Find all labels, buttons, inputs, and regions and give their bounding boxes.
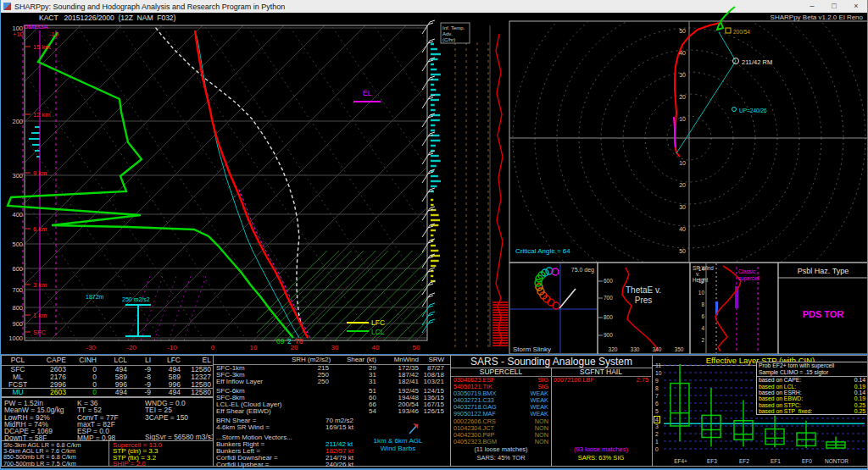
thermo-col2: K = 36 TT = 52 ConvT = 77F maxT = 82F ES… bbox=[77, 400, 145, 440]
hodo-range-rings bbox=[513, 0, 865, 314]
height-label: 12 km bbox=[33, 111, 50, 119]
3cape-value: 3CAPE = 150 bbox=[145, 414, 213, 421]
bunkers-right-label: 211/42 RM bbox=[742, 58, 772, 66]
hail-match-count: (93 loose matches) bbox=[551, 445, 651, 453]
srwind-profile bbox=[715, 266, 741, 351]
stp-category-label: EF4+ bbox=[666, 458, 695, 464]
hazard-panel-border bbox=[778, 263, 868, 354]
height-label: 3 km bbox=[33, 281, 47, 289]
temp-axis-label: 40 bbox=[372, 344, 380, 351]
sfc-temp-label: 76 bbox=[295, 337, 303, 346]
omega-bars bbox=[29, 127, 40, 157]
col-li: LI bbox=[129, 356, 153, 365]
close-button[interactable]: × bbox=[845, 0, 867, 13]
stp-y-label: 1 bbox=[655, 439, 659, 445]
hazard-title: Psbl Haz. Type bbox=[798, 267, 849, 275]
prob-ebwd-row: based on EBWD:0.19 bbox=[757, 395, 868, 401]
pressure-label: 500 bbox=[12, 241, 23, 248]
parcel-table-header: PCL CAPE CINH LCL LI LFC EL bbox=[2, 356, 213, 366]
srwind-y-label: 2 bbox=[701, 337, 704, 343]
prob-lcl-row: based on LCL:0.19 bbox=[757, 384, 868, 390]
stp-y-label: 2 bbox=[655, 431, 659, 437]
hodo-ring-label: 10 bbox=[679, 116, 686, 122]
omega-minus-label: -10 bbox=[49, 30, 58, 38]
wind-barb-column bbox=[422, 20, 435, 333]
station-header: KACT 20151226/2000 (12Z NAM F032) bbox=[39, 14, 175, 22]
srwind-y-label: 12 bbox=[698, 278, 705, 284]
temp-axis-label: -10 bbox=[167, 344, 177, 351]
temp-axis-label: 20 bbox=[291, 344, 298, 351]
sigsvr-value: SigSvr = 56580 m3/s3 bbox=[145, 434, 213, 440]
sfc-wetbulb-label: 2 bbox=[287, 337, 292, 346]
thermo-col3: WNDG = 0.0 TEI = 25 3CAPE = 150 SigSvr =… bbox=[145, 400, 213, 440]
stp-y-label: 4 bbox=[654, 416, 660, 423]
pressure-label: 400 bbox=[12, 211, 23, 218]
temp-axis-label: 30 bbox=[331, 344, 339, 351]
kin-row-effshear: Eff Shear (EBWD) 54193/46 126/15 bbox=[214, 408, 450, 415]
srwind-purple-bar bbox=[735, 286, 738, 308]
stp-category-label: NONTOR bbox=[822, 458, 851, 464]
pressure-label: 900 bbox=[12, 320, 23, 328]
storm-motion-line-top bbox=[719, 32, 736, 61]
omega-title: OMEGA bbox=[23, 23, 48, 30]
thetae-title-line2: Pres bbox=[635, 296, 653, 305]
prob-cape-row: based on CAPE:0.14 bbox=[757, 377, 868, 383]
kin-row-effinflow: Eff Inflow Layer250 31182/41 103/21 bbox=[214, 379, 450, 385]
adv-title-line3: (C/hr) bbox=[442, 37, 455, 42]
srwind-title-line3: Height bbox=[693, 277, 708, 284]
window-title: SHARPpy: Sounding and Hodograph Analysis… bbox=[14, 3, 801, 11]
sharppy-window: SHARPpy: Sounding and Hodograph Analysis… bbox=[0, 0, 868, 470]
sars-hail-match[interactable]: 00072100.LBF2.75 bbox=[551, 377, 651, 384]
hazard-value: PDS TOR bbox=[803, 309, 844, 319]
lapse-rate-panel: Sfc-3km AGL LR = 6.8 C/km 3-6km AGL LR =… bbox=[1, 440, 109, 467]
sfc-dewpoint-label: 69 bbox=[276, 337, 285, 346]
thetae-x-label: 340 bbox=[653, 346, 662, 352]
parcel-row-mu-selected[interactable]: MU 2603 0 494 -9 494 12580 bbox=[2, 389, 213, 396]
adv-title-line2: Adv. bbox=[442, 31, 453, 36]
thetae-title-line1: ThetaE v. bbox=[626, 285, 661, 295]
sars-match[interactable]: 04052323.BGMNON bbox=[451, 439, 551, 445]
slinky-circles bbox=[535, 268, 559, 309]
pcl-cape: 2603 bbox=[36, 389, 68, 396]
stp-probability-inset: Prob EF2+ torn with supercell Sample CLI… bbox=[756, 362, 868, 415]
maximize-button[interactable]: □ bbox=[823, 0, 845, 13]
parcel-row-ml[interactable]: ML 2176 0 589 -8 589 12327 bbox=[2, 373, 213, 381]
parcel-row-fcst[interactable]: FCST 2996 0 996 -9 996 12580 bbox=[2, 381, 213, 389]
hodograph-upper-trace bbox=[674, 117, 676, 147]
sars-hail-column: SGFNT HAIL 00072100.LBF2.75 (93 loose ma… bbox=[551, 368, 651, 466]
stp-y-label: 7 bbox=[655, 393, 659, 399]
section-divider bbox=[1, 354, 868, 355]
corfidi-up-marker bbox=[732, 108, 737, 112]
hodo-ring-label: 20 bbox=[679, 94, 686, 100]
classic-supercell-note1: Classic bbox=[738, 268, 755, 274]
inset-climo: Sample CLIMO = .15 sigtor bbox=[757, 369, 868, 378]
stp-category-label: EF3 bbox=[698, 458, 726, 464]
supercell-result: SARS: 45% TOR bbox=[451, 454, 551, 462]
advection-label-box bbox=[441, 23, 470, 43]
bunkers-right-marker[interactable] bbox=[733, 58, 739, 64]
hodo-ring-label: 50 bbox=[679, 248, 686, 254]
height-label: 9 km bbox=[33, 169, 47, 177]
sars-panel: SARS - Sounding Analogue System SUPERCEL… bbox=[450, 355, 653, 467]
thetae-y-label: 900 bbox=[604, 332, 613, 338]
slinky-title: Storm Slinky bbox=[513, 346, 551, 353]
pcl-lcl: 494 bbox=[98, 389, 129, 396]
srwind-y-label: 14 bbox=[698, 266, 705, 272]
hodo-ring-label: 10 bbox=[679, 160, 686, 166]
pressure-label: 300 bbox=[12, 172, 23, 180]
stp-category-label: EF0 bbox=[793, 458, 821, 464]
omega-plus-label: +10 bbox=[13, 30, 24, 38]
col-pcl: PCL bbox=[2, 356, 36, 365]
stp-y-label: 11 bbox=[655, 362, 661, 368]
sars-supercell-column: SUPERCELL 03040623.ESFSIG 54050121.TIKSI… bbox=[451, 368, 552, 466]
minimize-button[interactable]: – bbox=[801, 0, 823, 13]
thetae-y-label: 600 bbox=[604, 278, 613, 284]
hodo-ring-label: 50 bbox=[679, 28, 686, 34]
pressure-label: 1000 bbox=[8, 335, 23, 342]
virtual-temp-trace bbox=[238, 188, 310, 338]
srwind-title-line1: SR Wind bbox=[693, 265, 714, 271]
thetae-y-label: 800 bbox=[604, 314, 613, 320]
parcel-trace bbox=[155, 27, 308, 338]
app-icon bbox=[3, 3, 11, 10]
parcel-row-sfc[interactable]: SFC 2603 0 494 -9 494 12580 bbox=[2, 366, 213, 373]
